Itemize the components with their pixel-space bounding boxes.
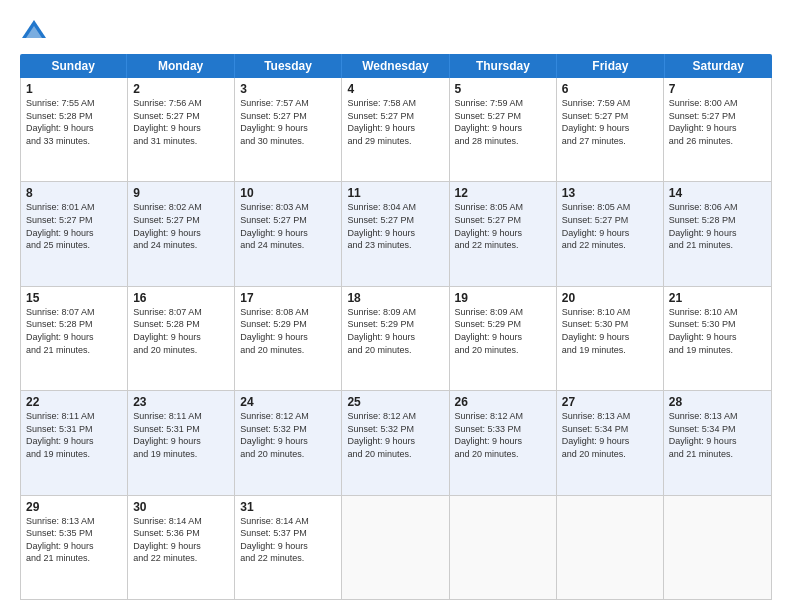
day-number: 12 xyxy=(455,186,551,200)
day-number: 10 xyxy=(240,186,336,200)
cell-content: Sunrise: 8:01 AMSunset: 5:27 PMDaylight:… xyxy=(26,201,122,251)
calendar-cell-9: 9Sunrise: 8:02 AMSunset: 5:27 PMDaylight… xyxy=(128,182,235,285)
cell-content: Sunrise: 8:14 AMSunset: 5:36 PMDaylight:… xyxy=(133,515,229,565)
calendar-cell-4: 4Sunrise: 7:58 AMSunset: 5:27 PMDaylight… xyxy=(342,78,449,181)
empty-cell xyxy=(342,496,449,599)
calendar-cell-20: 20Sunrise: 8:10 AMSunset: 5:30 PMDayligh… xyxy=(557,287,664,390)
cell-content: Sunrise: 8:14 AMSunset: 5:37 PMDaylight:… xyxy=(240,515,336,565)
calendar-row: 29Sunrise: 8:13 AMSunset: 5:35 PMDayligh… xyxy=(21,496,771,599)
header-day-saturday: Saturday xyxy=(665,54,772,78)
day-number: 17 xyxy=(240,291,336,305)
day-number: 23 xyxy=(133,395,229,409)
cell-content: Sunrise: 8:05 AMSunset: 5:27 PMDaylight:… xyxy=(455,201,551,251)
cell-content: Sunrise: 8:00 AMSunset: 5:27 PMDaylight:… xyxy=(669,97,766,147)
cell-content: Sunrise: 8:12 AMSunset: 5:33 PMDaylight:… xyxy=(455,410,551,460)
calendar-cell-23: 23Sunrise: 8:11 AMSunset: 5:31 PMDayligh… xyxy=(128,391,235,494)
calendar-cell-14: 14Sunrise: 8:06 AMSunset: 5:28 PMDayligh… xyxy=(664,182,771,285)
day-number: 14 xyxy=(669,186,766,200)
cell-content: Sunrise: 8:13 AMSunset: 5:34 PMDaylight:… xyxy=(669,410,766,460)
day-number: 30 xyxy=(133,500,229,514)
cell-content: Sunrise: 7:55 AMSunset: 5:28 PMDaylight:… xyxy=(26,97,122,147)
cell-content: Sunrise: 8:06 AMSunset: 5:28 PMDaylight:… xyxy=(669,201,766,251)
day-number: 3 xyxy=(240,82,336,96)
cell-content: Sunrise: 8:04 AMSunset: 5:27 PMDaylight:… xyxy=(347,201,443,251)
calendar-cell-15: 15Sunrise: 8:07 AMSunset: 5:28 PMDayligh… xyxy=(21,287,128,390)
calendar-cell-5: 5Sunrise: 7:59 AMSunset: 5:27 PMDaylight… xyxy=(450,78,557,181)
header-day-thursday: Thursday xyxy=(450,54,557,78)
header-day-wednesday: Wednesday xyxy=(342,54,449,78)
day-number: 13 xyxy=(562,186,658,200)
day-number: 20 xyxy=(562,291,658,305)
header-day-tuesday: Tuesday xyxy=(235,54,342,78)
cell-content: Sunrise: 8:07 AMSunset: 5:28 PMDaylight:… xyxy=(26,306,122,356)
cell-content: Sunrise: 8:09 AMSunset: 5:29 PMDaylight:… xyxy=(347,306,443,356)
calendar-cell-31: 31Sunrise: 8:14 AMSunset: 5:37 PMDayligh… xyxy=(235,496,342,599)
cell-content: Sunrise: 8:02 AMSunset: 5:27 PMDaylight:… xyxy=(133,201,229,251)
cell-content: Sunrise: 8:13 AMSunset: 5:35 PMDaylight:… xyxy=(26,515,122,565)
calendar-row: 15Sunrise: 8:07 AMSunset: 5:28 PMDayligh… xyxy=(21,287,771,391)
day-number: 4 xyxy=(347,82,443,96)
cell-content: Sunrise: 7:58 AMSunset: 5:27 PMDaylight:… xyxy=(347,97,443,147)
calendar-cell-12: 12Sunrise: 8:05 AMSunset: 5:27 PMDayligh… xyxy=(450,182,557,285)
calendar-cell-13: 13Sunrise: 8:05 AMSunset: 5:27 PMDayligh… xyxy=(557,182,664,285)
day-number: 26 xyxy=(455,395,551,409)
calendar-cell-10: 10Sunrise: 8:03 AMSunset: 5:27 PMDayligh… xyxy=(235,182,342,285)
day-number: 1 xyxy=(26,82,122,96)
day-number: 8 xyxy=(26,186,122,200)
calendar-cell-25: 25Sunrise: 8:12 AMSunset: 5:32 PMDayligh… xyxy=(342,391,449,494)
calendar-row: 1Sunrise: 7:55 AMSunset: 5:28 PMDaylight… xyxy=(21,78,771,182)
day-number: 22 xyxy=(26,395,122,409)
day-number: 21 xyxy=(669,291,766,305)
day-number: 6 xyxy=(562,82,658,96)
calendar-cell-2: 2Sunrise: 7:56 AMSunset: 5:27 PMDaylight… xyxy=(128,78,235,181)
day-number: 27 xyxy=(562,395,658,409)
logo-icon xyxy=(20,16,48,44)
day-number: 11 xyxy=(347,186,443,200)
cell-content: Sunrise: 8:05 AMSunset: 5:27 PMDaylight:… xyxy=(562,201,658,251)
day-number: 18 xyxy=(347,291,443,305)
calendar-cell-6: 6Sunrise: 7:59 AMSunset: 5:27 PMDaylight… xyxy=(557,78,664,181)
calendar-cell-17: 17Sunrise: 8:08 AMSunset: 5:29 PMDayligh… xyxy=(235,287,342,390)
empty-cell xyxy=(557,496,664,599)
calendar-cell-27: 27Sunrise: 8:13 AMSunset: 5:34 PMDayligh… xyxy=(557,391,664,494)
calendar-cell-24: 24Sunrise: 8:12 AMSunset: 5:32 PMDayligh… xyxy=(235,391,342,494)
calendar-cell-28: 28Sunrise: 8:13 AMSunset: 5:34 PMDayligh… xyxy=(664,391,771,494)
cell-content: Sunrise: 8:12 AMSunset: 5:32 PMDaylight:… xyxy=(240,410,336,460)
header-day-monday: Monday xyxy=(127,54,234,78)
cell-content: Sunrise: 8:03 AMSunset: 5:27 PMDaylight:… xyxy=(240,201,336,251)
day-number: 16 xyxy=(133,291,229,305)
empty-cell xyxy=(450,496,557,599)
day-number: 2 xyxy=(133,82,229,96)
page-header xyxy=(20,16,772,44)
calendar-cell-8: 8Sunrise: 8:01 AMSunset: 5:27 PMDaylight… xyxy=(21,182,128,285)
calendar-cell-18: 18Sunrise: 8:09 AMSunset: 5:29 PMDayligh… xyxy=(342,287,449,390)
calendar-cell-16: 16Sunrise: 8:07 AMSunset: 5:28 PMDayligh… xyxy=(128,287,235,390)
calendar-cell-30: 30Sunrise: 8:14 AMSunset: 5:36 PMDayligh… xyxy=(128,496,235,599)
calendar-body: 1Sunrise: 7:55 AMSunset: 5:28 PMDaylight… xyxy=(20,78,772,600)
calendar-cell-19: 19Sunrise: 8:09 AMSunset: 5:29 PMDayligh… xyxy=(450,287,557,390)
header-day-friday: Friday xyxy=(557,54,664,78)
day-number: 29 xyxy=(26,500,122,514)
cell-content: Sunrise: 8:10 AMSunset: 5:30 PMDaylight:… xyxy=(562,306,658,356)
calendar: SundayMondayTuesdayWednesdayThursdayFrid… xyxy=(20,54,772,600)
cell-content: Sunrise: 8:07 AMSunset: 5:28 PMDaylight:… xyxy=(133,306,229,356)
cell-content: Sunrise: 7:59 AMSunset: 5:27 PMDaylight:… xyxy=(562,97,658,147)
day-number: 19 xyxy=(455,291,551,305)
day-number: 25 xyxy=(347,395,443,409)
day-number: 9 xyxy=(133,186,229,200)
header-day-sunday: Sunday xyxy=(20,54,127,78)
day-number: 15 xyxy=(26,291,122,305)
logo xyxy=(20,16,52,44)
cell-content: Sunrise: 8:10 AMSunset: 5:30 PMDaylight:… xyxy=(669,306,766,356)
day-number: 7 xyxy=(669,82,766,96)
cell-content: Sunrise: 8:11 AMSunset: 5:31 PMDaylight:… xyxy=(26,410,122,460)
calendar-cell-1: 1Sunrise: 7:55 AMSunset: 5:28 PMDaylight… xyxy=(21,78,128,181)
calendar-cell-21: 21Sunrise: 8:10 AMSunset: 5:30 PMDayligh… xyxy=(664,287,771,390)
cell-content: Sunrise: 7:56 AMSunset: 5:27 PMDaylight:… xyxy=(133,97,229,147)
cell-content: Sunrise: 8:09 AMSunset: 5:29 PMDaylight:… xyxy=(455,306,551,356)
calendar-cell-11: 11Sunrise: 8:04 AMSunset: 5:27 PMDayligh… xyxy=(342,182,449,285)
calendar-cell-3: 3Sunrise: 7:57 AMSunset: 5:27 PMDaylight… xyxy=(235,78,342,181)
day-number: 24 xyxy=(240,395,336,409)
calendar-cell-29: 29Sunrise: 8:13 AMSunset: 5:35 PMDayligh… xyxy=(21,496,128,599)
cell-content: Sunrise: 8:13 AMSunset: 5:34 PMDaylight:… xyxy=(562,410,658,460)
